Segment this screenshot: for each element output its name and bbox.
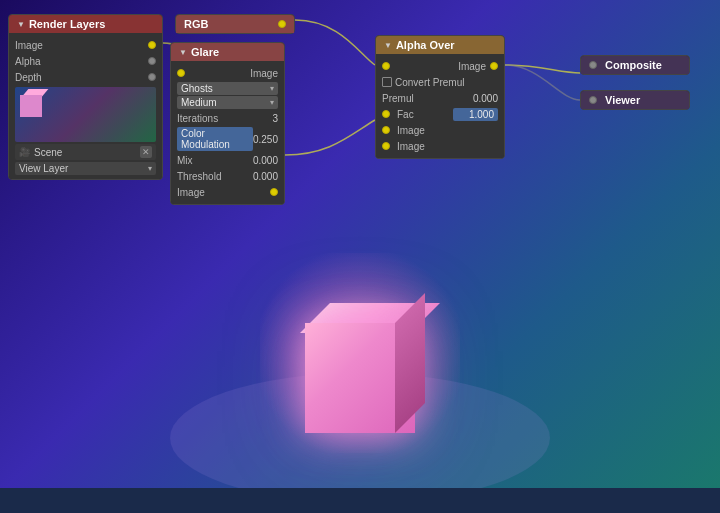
cube-3d — [295, 303, 425, 433]
glare-color-mod-label: Color Modulation — [181, 128, 230, 150]
render-layers-alpha-row: Alpha — [15, 53, 156, 69]
glare-image-in-label: Image — [189, 68, 278, 79]
render-preview-thumbnail — [15, 87, 156, 142]
render-layers-header: ▼ Render Layers — [9, 15, 162, 33]
viewer-input-socket — [589, 96, 597, 104]
render-layers-title: Render Layers — [29, 18, 105, 30]
glare-color-mod-field[interactable]: Color Modulation — [177, 127, 253, 151]
composite-input-socket — [589, 61, 597, 69]
glare-image-input-socket — [177, 69, 185, 77]
alpha-over-image2-socket — [382, 126, 390, 134]
rgb-output-socket — [278, 20, 286, 28]
bottom-strip — [0, 488, 720, 513]
convert-premul-checkbox[interactable] — [382, 77, 392, 87]
glare-iterations-row: Iterations 3 — [177, 110, 278, 126]
alpha-over-image3-row: Image — [382, 138, 498, 154]
glare-color-mod-value: 0.250 — [253, 134, 278, 145]
glare-header: ▼ Glare — [171, 43, 284, 61]
view-layer-dropdown[interactable]: View Layer ▾ — [15, 162, 156, 175]
convert-premul-label: Convert Premul — [395, 77, 498, 88]
node-rgb[interactable]: RGB — [175, 14, 295, 34]
image-label: Image — [15, 40, 144, 51]
alpha-over-premul-label: Premul — [382, 93, 473, 104]
alpha-over-header: ▼ Alpha Over — [376, 36, 504, 54]
glare-threshold-label: Threshold — [177, 171, 253, 182]
rgb-header: RGB — [176, 15, 294, 33]
glare-type-label: Ghosts — [181, 83, 213, 94]
glare-quality-arrow: ▾ — [270, 98, 274, 107]
alpha-over-image1-row: Image — [382, 58, 498, 74]
glare-type-dropdown[interactable]: Ghosts ▾ — [177, 82, 278, 95]
glare-color-mod-row: Color Modulation 0.250 — [177, 126, 278, 152]
glare-quality-label: Medium — [181, 97, 217, 108]
glare-image-out-label: Image — [177, 187, 266, 198]
node-viewer[interactable]: Viewer — [580, 90, 690, 110]
preview-cube-face — [20, 95, 42, 117]
depth-label: Depth — [15, 72, 144, 83]
glare-image-output-row: Image — [177, 184, 278, 200]
alpha-over-fac-label: Fac — [397, 109, 453, 120]
camera-icon: 🎥 — [19, 147, 30, 157]
alpha-over-image1-label: Image — [394, 61, 486, 72]
alpha-over-image2-label: Image — [397, 125, 498, 136]
alpha-over-premul-value: 0.000 — [473, 93, 498, 104]
alpha-output-socket — [148, 57, 156, 65]
alpha-over-fac-row: Fac 1.000 — [382, 106, 498, 122]
alpha-over-fac-value[interactable]: 1.000 — [453, 108, 498, 121]
alpha-over-image1-socket — [382, 62, 390, 70]
alpha-over-convert-row: Convert Premul — [382, 74, 498, 90]
composite-title: Composite — [605, 59, 662, 71]
glare-mix-row: Mix 0.000 — [177, 152, 278, 168]
alpha-over-image3-label: Image — [397, 141, 498, 152]
alpha-over-output-socket — [490, 62, 498, 70]
alpha-over-fac-socket — [382, 110, 390, 118]
node-render-layers[interactable]: ▼ Render Layers Image Alpha Depth — [8, 14, 163, 180]
image-output-socket — [148, 41, 156, 49]
alpha-over-image3-socket — [382, 142, 390, 150]
glare-image-output-socket — [270, 188, 278, 196]
glare-type-arrow: ▾ — [270, 84, 274, 93]
glare-mix-value: 0.000 — [253, 155, 278, 166]
alpha-label: Alpha — [15, 56, 144, 67]
glare-mix-label: Mix — [177, 155, 253, 166]
alpha-over-title: Alpha Over — [396, 39, 455, 51]
glare-quality-dropdown[interactable]: Medium ▾ — [177, 96, 278, 109]
glare-image-input-row: Image — [177, 65, 278, 81]
glare-iterations-label: Iterations — [177, 113, 272, 124]
scene-label: Scene — [34, 147, 136, 158]
render-layers-image-row: Image — [15, 37, 156, 53]
render-layers-body: Image Alpha Depth 🎥 Scene ✕ — [9, 33, 162, 179]
alpha-over-premul-row: Premul 0.000 — [382, 90, 498, 106]
glare-collapse-icon: ▼ — [179, 48, 187, 57]
node-composite[interactable]: Composite — [580, 55, 690, 75]
node-glare[interactable]: ▼ Glare Image Ghosts ▾ Medium ▾ Iteratio… — [170, 42, 285, 205]
glare-threshold-row: Threshold 0.000 — [177, 168, 278, 184]
alpha-over-image2-row: Image — [382, 122, 498, 138]
glare-title: Glare — [191, 46, 219, 58]
depth-output-socket — [148, 73, 156, 81]
scene-row[interactable]: 🎥 Scene ✕ — [15, 144, 156, 160]
viewer-header: Viewer — [581, 91, 689, 109]
scene-remove-button[interactable]: ✕ — [140, 146, 152, 158]
view-layer-arrow: ▾ — [148, 164, 152, 173]
viewer-title: Viewer — [605, 94, 640, 106]
glare-body: Image Ghosts ▾ Medium ▾ Iterations 3 Col… — [171, 61, 284, 204]
glare-iterations-value: 3 — [272, 113, 278, 124]
rgb-title: RGB — [184, 18, 208, 30]
collapse-icon: ▼ — [17, 20, 25, 29]
alpha-over-collapse-icon: ▼ — [384, 41, 392, 50]
render-layers-depth-row: Depth — [15, 69, 156, 85]
node-alpha-over[interactable]: ▼ Alpha Over Image Convert Premul Premul… — [375, 35, 505, 159]
view-layer-label: View Layer — [19, 163, 68, 174]
composite-header: Composite — [581, 56, 689, 74]
alpha-over-body: Image Convert Premul Premul 0.000 Fac 1.… — [376, 54, 504, 158]
glare-threshold-value: 0.000 — [253, 171, 278, 182]
